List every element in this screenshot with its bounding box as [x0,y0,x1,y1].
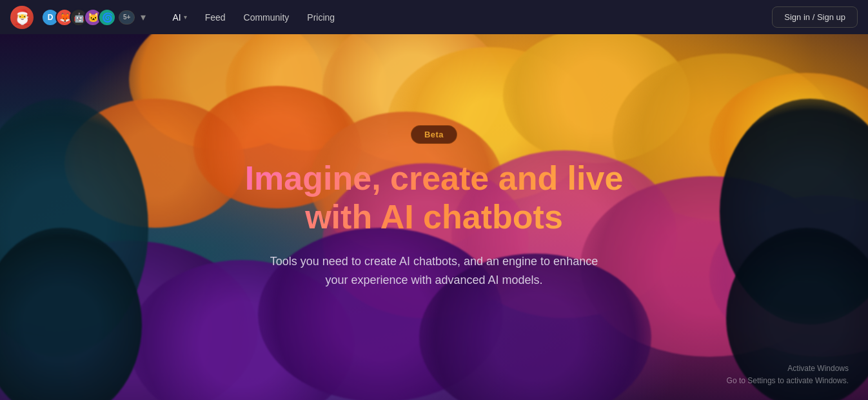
activate-windows-notice: Activate Windows Go to Settings to activ… [727,363,849,387]
logo[interactable] [10,6,34,29]
ai-chevron-icon: ▾ [184,14,187,21]
avatar-dropdown-icon[interactable]: ▾ [137,12,149,23]
hero-section: Beta Imagine, create and live with AI ch… [0,34,868,400]
avatar-group: D 🦊 🤖 🐱 🌀 5+ ▾ [41,8,149,26]
nav-link-community[interactable]: Community [236,8,297,26]
nav-link-ai[interactable]: AI ▾ [164,8,194,26]
beta-badge: Beta [411,125,457,144]
sign-in-button[interactable]: Sign in / Sign up [772,6,858,28]
hero-subtitle: Tools you need to create AI chatbots, an… [270,252,598,290]
avatar-user-4[interactable]: 🌀 [98,8,116,26]
hero-content: Beta Imagine, create and live with AI ch… [0,34,868,400]
nav-links: AI ▾ Feed Community Pricing [164,8,342,26]
nav-link-feed[interactable]: Feed [197,8,233,26]
nav-link-pricing[interactable]: Pricing [299,8,342,26]
hero-title: Imagine, create and live with AI chatbot… [245,159,624,237]
navbar: D 🦊 🤖 🐱 🌀 5+ ▾ AI ▾ Feed Community Prici… [0,0,868,34]
avatar-count: 5+ [119,10,135,25]
